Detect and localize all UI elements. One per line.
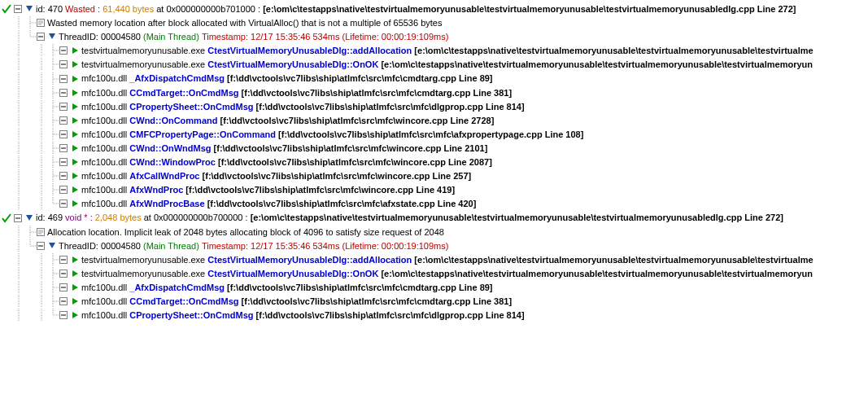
frame-location: [f:\dd\vctools\vc7libs\ship\atlmfc\src\m…: [217, 116, 494, 125]
tree-connector: [47, 281, 59, 294]
stack-frame[interactable]: mfc100u.dll AfxCallWndProc [f:\dd\vctool…: [2, 169, 868, 182]
tree-connector: [36, 58, 47, 71]
tree-connector: [24, 16, 36, 29]
tree-connector: [24, 295, 36, 308]
stack-frame[interactable]: mfc100u.dll CWnd::OnWndMsg [f:\dd\vctool…: [2, 141, 868, 155]
alloc-desc: Allocation location. Implicit leak of 20…: [47, 227, 444, 237]
collapse-icon[interactable]: [59, 157, 68, 167]
collapse-icon[interactable]: [59, 199, 68, 208]
tree-connector: [2, 226, 13, 239]
tree-connector: [13, 86, 24, 99]
tree-connector: [47, 267, 59, 280]
tree-connector: [47, 156, 59, 169]
collapse-icon[interactable]: [13, 4, 23, 14]
stack-frame[interactable]: testvirtualmemoryunusable.exe CtestVirtu…: [2, 252, 868, 266]
tree-connector: [24, 128, 36, 141]
stack-frame[interactable]: testvirtualmemoryunusable.exe CtestVirtu…: [2, 57, 868, 71]
stack-frame[interactable]: mfc100u.dll _AfxDispatchCmdMsg [f:\dd\vc…: [2, 280, 868, 294]
tree-connector: [13, 72, 24, 85]
collapse-icon[interactable]: [59, 143, 68, 153]
function-name: CWnd::OnCommand: [129, 116, 217, 125]
tree-connector: [47, 169, 59, 182]
stack-frame[interactable]: mfc100u.dll CWnd::WindowProc [f:\dd\vcto…: [2, 155, 868, 169]
collapse-icon[interactable]: [59, 74, 68, 84]
frame-location: [f:\dd\vctools\vc7libs\ship\atlmfc\src\m…: [200, 171, 472, 181]
id-label: id:: [36, 4, 48, 14]
timestamp: 12/17 15:35:46 534ms: [251, 32, 339, 42]
stack-frame[interactable]: testvirtualmemoryunusable.exe CtestVirtu…: [2, 266, 868, 280]
thread-row[interactable]: ThreadID: 00004580 (Main Thread) Timesta…: [2, 239, 868, 252]
function-name: CCmdTarget::OnCmdMsg: [129, 296, 238, 306]
bytes: 2,048 bytes: [95, 213, 142, 223]
stack-frame[interactable]: mfc100u.dll AfxWndProcBase [f:\dd\vctool…: [2, 196, 868, 210]
tree-connector: [2, 16, 13, 29]
collapse-icon[interactable]: [59, 171, 68, 181]
stack-frame[interactable]: mfc100u.dll CPropertySheet::OnCmdMsg [f:…: [2, 308, 868, 322]
collapse-icon[interactable]: [36, 241, 46, 251]
tree-connector: [13, 156, 24, 169]
tree-connector: [24, 114, 36, 127]
stack-frame[interactable]: mfc100u.dll CCmdTarget::OnCmdMsg [f:\dd\…: [2, 294, 868, 308]
frame-location: [f:\dd\vctools\vc7libs\ship\atlmfc\src\m…: [225, 74, 492, 84]
frame-location: [f:\dd\vctools\vc7libs\ship\atlmfc\src\m…: [183, 185, 455, 195]
tree-connector: [36, 72, 47, 85]
bytes: 61,440 bytes: [103, 4, 154, 14]
tree-connector: [13, 44, 24, 57]
tree-connector: [47, 295, 59, 308]
alloc-node[interactable]: id: 469 void * : 2,048 bytes at 0x000000…: [2, 210, 868, 224]
stack-frame[interactable]: mfc100u.dll AfxWndProc [f:\dd\vctools\vc…: [2, 182, 868, 196]
stack-frame[interactable]: testvirtualmemoryunusable.exe CtestVirtu…: [2, 43, 868, 57]
alloc-desc: Wasted memory location after block alloc…: [47, 18, 442, 28]
function-name: CPropertySheet::OnCmdMsg: [129, 102, 253, 112]
source-location: [e:\om\c\testapps\native\testvirtualmemo…: [263, 4, 796, 14]
frame-location: [f:\dd\vctools\vc7libs\ship\atlmfc\src\m…: [212, 143, 488, 153]
tree-connector: [13, 100, 24, 113]
tree-connector: [24, 100, 36, 113]
tree-connector: [2, 142, 13, 155]
tree-connector: [24, 267, 36, 280]
tree-connector: [2, 128, 13, 141]
collapse-icon[interactable]: [59, 46, 68, 55]
tree-connector: [24, 86, 36, 99]
module-name: mfc100u.dll: [81, 283, 129, 292]
tree-connector: [13, 253, 24, 266]
collapse-icon[interactable]: [59, 269, 68, 278]
tree-connector: [36, 44, 47, 57]
frame-location: [e:\om\c\testapps\native\testvirtualmemo…: [412, 255, 813, 265]
tree-connector: [13, 281, 24, 294]
collapse-icon[interactable]: [59, 116, 68, 125]
function-name: _AfxDispatchCmdMsg: [129, 74, 225, 84]
collapse-icon[interactable]: [59, 102, 68, 112]
tree-connector: [47, 44, 59, 57]
tree-connector: [2, 44, 13, 57]
tree-connector: [36, 114, 47, 127]
collapse-icon[interactable]: [59, 310, 68, 320]
play-icon: [70, 283, 80, 292]
collapse-icon[interactable]: [59, 129, 68, 139]
collapse-icon[interactable]: [59, 283, 68, 292]
collapse-icon[interactable]: [36, 32, 46, 42]
stack-frame[interactable]: mfc100u.dll CMFCPropertyPage::OnCommand …: [2, 127, 868, 141]
collapse-icon[interactable]: [13, 213, 23, 223]
thread-name: (Main Thread): [141, 32, 202, 42]
collapse-icon[interactable]: [59, 296, 68, 306]
tree-connector: [2, 156, 13, 169]
module-name: mfc100u.dll: [81, 74, 129, 84]
stack-frame[interactable]: mfc100u.dll CPropertySheet::OnCmdMsg [f:…: [2, 99, 868, 113]
collapse-icon[interactable]: [59, 255, 68, 265]
alloc-node[interactable]: id: 470 Wasted : 61,440 bytes at 0x00000…: [2, 2, 868, 15]
frame-location: [f:\dd\vctools\vc7libs\ship\atlmfc\src\m…: [239, 296, 513, 306]
thread-row[interactable]: ThreadID: 00004580 (Main Thread) Timesta…: [2, 29, 868, 43]
function-name: AfxWndProc: [129, 185, 183, 195]
collapse-icon[interactable]: [59, 185, 68, 195]
collapse-icon[interactable]: [59, 59, 68, 69]
stack-frame[interactable]: mfc100u.dll CCmdTarget::OnCmdMsg [f:\dd\…: [2, 85, 868, 99]
play-icon: [70, 255, 80, 265]
collapse-icon[interactable]: [59, 88, 68, 98]
address: 0x000000000b700000 :: [154, 213, 251, 223]
module-name: mfc100u.dll: [81, 116, 129, 125]
tree-connector: [36, 295, 47, 308]
stack-frame[interactable]: mfc100u.dll CWnd::OnCommand [f:\dd\vctoo…: [2, 113, 868, 127]
checkmark-icon: [2, 213, 11, 223]
stack-frame[interactable]: mfc100u.dll _AfxDispatchCmdMsg [f:\dd\vc…: [2, 71, 868, 85]
